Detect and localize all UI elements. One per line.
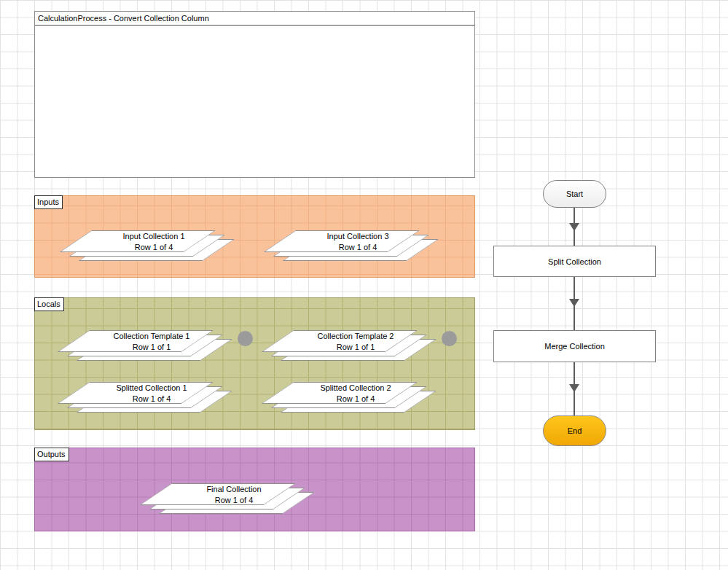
stage-title: Splitted Collection 1 (116, 383, 187, 394)
process-stage-merge-collection[interactable]: Merge Collection (493, 330, 656, 362)
process-stage-split-collection[interactable]: Split Collection (493, 246, 656, 277)
stage-title: Collection Template 1 (114, 331, 190, 342)
section-outputs[interactable]: Outputs Final Collection Row 1 of 4 (34, 448, 475, 531)
section-locals[interactable]: Locals Collection Template 1 Row 1 of 1 … (34, 297, 475, 430)
end-stage-label: End (568, 426, 582, 435)
stage-row-counter: Row 1 of 4 (215, 495, 254, 506)
stage-title: Input Collection 1 (123, 231, 185, 242)
stage-row-counter: Row 1 of 1 (337, 342, 375, 353)
collection-stage-final-collection[interactable]: Final Collection Row 1 of 4 (172, 483, 325, 517)
process-stage-label: Split Collection (548, 257, 601, 266)
process-canvas: CalculationProcess - Convert Collection … (0, 0, 728, 570)
collection-stage-text: Input Collection 3 Row 1 of 4 (296, 230, 420, 254)
arrowhead-down-icon (569, 384, 579, 392)
section-inputs-label: Inputs (34, 195, 63, 209)
collection-stage-text: Collection Template 2 Row 1 of 1 (294, 329, 418, 354)
collection-stage-splitted-collection-1[interactable]: Splitted Collection 1 Row 1 of 4 (90, 382, 243, 415)
collection-stage-collection-template-1[interactable]: Collection Template 1 Row 1 of 1 (90, 330, 243, 364)
gray-dot-indicator[interactable] (442, 331, 457, 346)
stage-row-counter: Row 1 of 1 (133, 342, 171, 353)
collection-stage-text: Final Collection Row 1 of 4 (172, 483, 296, 507)
arrowhead-down-icon (569, 223, 579, 231)
stage-row-counter: Row 1 of 4 (337, 394, 375, 405)
process-stage-label: Merge Collection (544, 342, 605, 351)
start-stage[interactable]: Start (543, 180, 606, 208)
section-outputs-label: Outputs (34, 448, 69, 461)
start-stage-label: Start (566, 190, 583, 198)
stage-title: Collection Template 2 (318, 331, 394, 342)
process-description-box[interactable]: CalculationProcess - Convert Collection … (34, 11, 475, 178)
stage-row-counter: Row 1 of 4 (135, 242, 173, 253)
process-description-body (35, 26, 474, 177)
collection-stage-input-collection-1[interactable]: Input Collection 1 Row 1 of 4 (92, 230, 245, 264)
collection-stage-input-collection-3[interactable]: Input Collection 3 Row 1 of 4 (296, 230, 449, 264)
collection-stage-text: Splitted Collection 2 Row 1 of 4 (294, 381, 418, 406)
stage-row-counter: Row 1 of 4 (339, 242, 377, 253)
section-locals-label: Locals (34, 297, 64, 311)
stage-title: Input Collection 3 (327, 231, 389, 242)
collection-stage-text: Collection Template 1 Row 1 of 1 (90, 329, 214, 354)
stage-row-counter: Row 1 of 4 (133, 394, 171, 405)
gray-dot-indicator[interactable] (238, 331, 253, 346)
end-stage[interactable]: End (543, 415, 606, 446)
collection-stage-text: Input Collection 1 Row 1 of 4 (92, 230, 216, 254)
stage-title: Splitted Collection 2 (320, 383, 391, 394)
collection-stage-collection-template-2[interactable]: Collection Template 2 Row 1 of 1 (294, 330, 447, 364)
stage-title: Final Collection (206, 484, 261, 495)
section-inputs[interactable]: Inputs Input Collection 1 Row 1 of 4 Inp… (34, 195, 475, 278)
process-title: CalculationProcess - Convert Collection … (35, 12, 474, 26)
collection-stage-text: Splitted Collection 1 Row 1 of 4 (90, 381, 214, 406)
collection-stage-splitted-collection-2[interactable]: Splitted Collection 2 Row 1 of 4 (294, 382, 447, 415)
arrowhead-down-icon (569, 299, 579, 307)
